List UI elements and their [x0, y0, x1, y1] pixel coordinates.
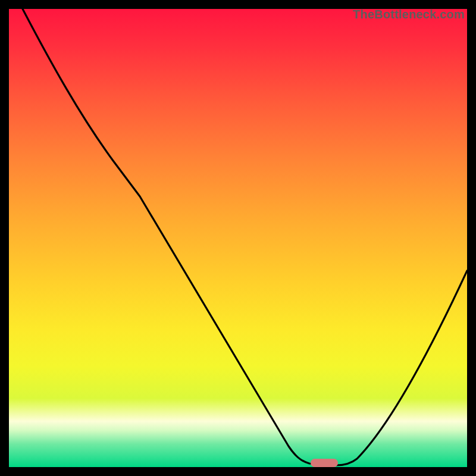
watermark-text: TheBottleneck.com [353, 8, 465, 21]
optimum-marker [311, 459, 338, 467]
plot-area: TheBottleneck.com [9, 9, 467, 467]
chart-frame: TheBottleneck.com [0, 0, 476, 476]
curve-path [23, 9, 467, 465]
bottleneck-curve [9, 9, 467, 467]
